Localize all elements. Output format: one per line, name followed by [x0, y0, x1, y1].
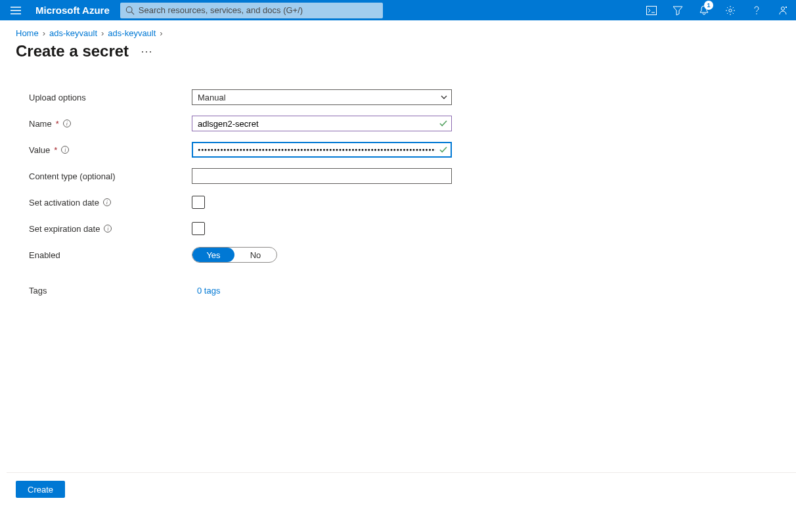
enabled-toggle[interactable]: Yes No: [192, 247, 277, 263]
content-type-input[interactable]: [192, 168, 452, 184]
activation-date-checkbox[interactable]: [192, 196, 205, 209]
upload-options-value: Manual: [198, 93, 226, 102]
info-icon[interactable]: [61, 146, 69, 154]
enabled-no[interactable]: No: [234, 248, 276, 262]
gear-icon: [725, 5, 736, 16]
cloud-shell-button[interactable]: [638, 0, 665, 20]
tags-label: Tags: [29, 286, 192, 296]
breadcrumb-item[interactable]: ads-keyvault: [49, 28, 97, 38]
svg-point-2: [729, 9, 732, 11]
breadcrumb-item[interactable]: ads-keyvault: [108, 28, 156, 38]
upload-options-select[interactable]: Manual: [192, 89, 452, 105]
page-title: Create a secret: [16, 42, 129, 60]
chevron-right-icon: ›: [43, 28, 45, 38]
info-icon[interactable]: [103, 198, 111, 206]
svg-point-4: [782, 7, 785, 10]
hamburger-icon: [11, 7, 21, 14]
global-search-input[interactable]: [139, 5, 378, 15]
tags-link[interactable]: 0 tags: [197, 286, 220, 296]
menu-toggle[interactable]: [0, 0, 32, 20]
name-label: Name: [29, 119, 52, 129]
brand-logo[interactable]: Microsoft Azure: [32, 5, 118, 16]
feedback-icon: [778, 5, 788, 16]
info-icon[interactable]: [63, 120, 71, 127]
content-type-label: Content type (optional): [29, 171, 192, 181]
name-input[interactable]: [192, 116, 452, 131]
search-icon: [125, 6, 135, 15]
expiration-date-checkbox[interactable]: [192, 222, 205, 235]
cloud-shell-icon: [646, 6, 657, 15]
required-indicator: *: [56, 119, 59, 129]
svg-rect-1: [647, 6, 657, 14]
value-label: Value: [29, 145, 50, 155]
help-button[interactable]: [743, 0, 770, 20]
value-masked: ●●●●●●●●●●●●●●●●●●●●●●●●●●●●●●●●●●●●●●●●…: [198, 143, 435, 157]
info-icon[interactable]: [104, 225, 112, 233]
filter-icon: [673, 5, 683, 16]
svg-point-3: [756, 13, 757, 14]
notifications-badge: 1: [704, 1, 713, 10]
upload-options-label: Upload options: [29, 93, 192, 102]
chevron-right-icon: ›: [101, 28, 104, 38]
required-indicator: *: [54, 145, 57, 155]
help-icon: [751, 5, 762, 16]
chevron-right-icon: ›: [160, 28, 162, 38]
breadcrumb: Home › ads-keyvault › ads-keyvault ›: [0, 20, 796, 42]
expiration-date-label: Set expiration date: [29, 224, 100, 234]
settings-button[interactable]: [717, 0, 743, 20]
enabled-yes[interactable]: Yes: [192, 248, 234, 262]
directory-filter-button[interactable]: [665, 0, 691, 20]
blade-footer: Create: [7, 472, 796, 506]
value-input[interactable]: ●●●●●●●●●●●●●●●●●●●●●●●●●●●●●●●●●●●●●●●●…: [192, 142, 452, 158]
enabled-label: Enabled: [29, 250, 192, 260]
activation-date-label: Set activation date: [29, 198, 99, 208]
svg-point-0: [126, 7, 132, 12]
feedback-button[interactable]: [770, 0, 796, 20]
more-actions-button[interactable]: ⋯: [141, 45, 152, 57]
breadcrumb-item[interactable]: Home: [16, 28, 39, 38]
global-search[interactable]: [120, 3, 384, 18]
create-button[interactable]: Create: [16, 481, 65, 498]
notifications-button[interactable]: 1: [691, 0, 717, 20]
